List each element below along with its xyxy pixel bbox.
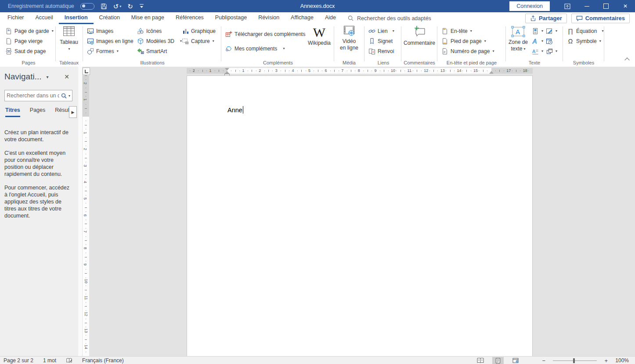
shapes-button[interactable]: Formes▾ <box>87 46 119 56</box>
link-button[interactable]: Lien ▾ <box>368 26 394 36</box>
bookmark-button[interactable]: Signet <box>368 36 393 46</box>
maximize-button[interactable] <box>596 0 616 12</box>
new-comment-button[interactable]: Commentaire <box>403 25 436 46</box>
zoom-level[interactable]: 100% <box>615 357 629 364</box>
my-addins-button[interactable]: Mes compléments ▾ <box>225 44 285 53</box>
tab-accueil[interactable]: Accueil <box>30 12 59 24</box>
ruler-number: 17 <box>506 68 511 74</box>
ruler-tick <box>347 71 347 71</box>
tab-references[interactable]: Références <box>170 12 209 24</box>
partager-button[interactable]: Partager <box>525 14 567 23</box>
zoom-slider-handle[interactable] <box>573 358 575 363</box>
language-indicator[interactable]: Français (France) <box>82 357 124 364</box>
ribbon-display-options-button[interactable] <box>558 0 577 12</box>
page-indicator[interactable]: Page 2 sur 2 <box>4 357 33 364</box>
ruler-tick <box>330 71 331 71</box>
minimize-button[interactable] <box>577 0 596 12</box>
commentaires-button[interactable]: Commentaires <box>571 14 630 23</box>
tab-fichier[interactable]: Fichier <box>2 12 30 24</box>
collapse-ribbon-button[interactable] <box>624 56 630 64</box>
proofing-status[interactable] <box>66 357 72 364</box>
zoom-slider[interactable] <box>553 360 597 361</box>
quick-parts-button[interactable]: ▾ <box>532 26 543 36</box>
wordart-button[interactable]: A ▾ <box>532 36 543 46</box>
ribbon-group-commentaires: Commentaire Commentaires <box>403 24 436 67</box>
close-button[interactable]: ✕ <box>616 0 635 12</box>
table-button[interactable]: Tableau ▾ <box>57 25 81 52</box>
vertical-ruler[interactable]: 211234567891011121314 <box>83 75 89 356</box>
word-count[interactable]: 1 mot <box>43 357 56 364</box>
screenshot-button[interactable]: Capture▾ <box>182 36 214 46</box>
drop-cap-button[interactable]: A ▾ <box>532 46 543 56</box>
images-button[interactable]: Images <box>87 26 113 36</box>
equation-button[interactable]: ∏ Équation ▾ <box>567 26 603 36</box>
ruler-tick <box>86 228 86 228</box>
page-break-button[interactable]: Saut de page <box>5 46 46 56</box>
chevron-down-icon: ▾ <box>541 49 543 53</box>
models-3d-button[interactable]: Modèles 3D ▾ <box>137 36 182 46</box>
blank-page-button[interactable]: Page vierge <box>5 36 43 46</box>
smartart-button[interactable]: SmartArt <box>137 46 167 56</box>
tell-me-search[interactable]: Rechercher des outils adaptés <box>348 12 431 24</box>
nav-tab-resul[interactable]: Résul <box>55 107 69 117</box>
tab-mise-en-page[interactable]: Mise en page <box>126 12 170 24</box>
chart-button[interactable]: Graphique <box>182 26 216 36</box>
get-addins-button[interactable]: Télécharger des compléments <box>225 29 305 39</box>
tab-revision[interactable]: Révision <box>253 12 285 24</box>
signature-line-button[interactable]: ▾ <box>546 26 557 36</box>
redo-button[interactable]: ↻ <box>127 3 133 10</box>
navigation-pane-title[interactable]: Navigati... ▾ <box>4 72 49 82</box>
first-line-indent-marker[interactable] <box>225 68 229 71</box>
undo-button[interactable]: ↺▾ <box>113 3 122 10</box>
nav-tab-pages[interactable]: Pages <box>30 107 45 117</box>
ruler-tick <box>86 79 86 80</box>
tab-stop-selector[interactable] <box>83 68 90 75</box>
ruler-tick <box>466 70 467 72</box>
smartart-label: SmartArt <box>146 48 167 54</box>
horizontal-ruler[interactable]: 211234567891011121314151718 <box>187 68 533 74</box>
zoom-out-button[interactable]: − <box>541 357 547 364</box>
tab-affichage[interactable]: Affichage <box>285 12 319 24</box>
online-video-button[interactable]: Vidéo en ligne <box>336 25 363 51</box>
ruler-tick <box>86 285 86 286</box>
tab-creation[interactable]: Création <box>94 12 126 24</box>
ruler-number: 10 <box>84 279 88 283</box>
ruler-tick <box>417 70 417 72</box>
icons-button[interactable]: Icônes <box>137 26 162 36</box>
web-layout-button[interactable] <box>510 357 521 364</box>
right-indent-marker[interactable] <box>489 71 494 74</box>
wordart-icon: A <box>532 38 539 45</box>
nav-tab-titres[interactable]: Titres <box>5 107 20 117</box>
navigation-close-button[interactable]: ✕ <box>61 73 72 81</box>
footer-button[interactable]: Pied de page▾ <box>441 36 486 46</box>
navigation-tabs-overflow-button[interactable]: ▶ <box>69 106 77 118</box>
ruler-tick <box>334 70 335 72</box>
text-box-button[interactable]: A Zone de texte▾ <box>508 26 528 52</box>
ruler-number: 14 <box>84 345 88 349</box>
object-button[interactable]: ▾ <box>546 46 557 56</box>
header-button[interactable]: En-tête▾ <box>441 26 472 36</box>
print-layout-button[interactable] <box>492 357 504 364</box>
document-text-line[interactable]: Anne <box>227 106 243 114</box>
wikipedia-button[interactable]: W Wikipedia <box>306 25 332 46</box>
zoom-in-button[interactable]: + <box>603 357 609 364</box>
tab-insertion[interactable]: Insertion <box>59 12 94 24</box>
online-images-button[interactable]: Images en ligne <box>87 36 133 46</box>
cover-page-button[interactable]: Page de garde▾ <box>5 26 54 36</box>
save-button[interactable] <box>101 3 107 10</box>
autosave-toggle[interactable] <box>80 3 94 10</box>
navigation-search-input[interactable] <box>5 93 61 99</box>
tab-publipostage[interactable]: Publipostage <box>209 12 253 24</box>
cross-reference-button[interactable]: Renvoi <box>368 46 394 56</box>
connexion-button[interactable]: Connexion <box>509 1 550 11</box>
navigation-search-actions[interactable]: ▾ <box>61 93 72 99</box>
ruler-number: 15 <box>473 68 478 74</box>
document-page[interactable]: Anne <box>187 75 533 357</box>
read-mode-button[interactable] <box>475 357 486 364</box>
navigation-scrollbar-gutter[interactable] <box>78 67 82 356</box>
page-number-button[interactable]: # Numéro de page▾ <box>441 46 494 56</box>
date-time-button[interactable] <box>546 36 553 46</box>
customize-quick-access-button[interactable] <box>139 4 144 9</box>
symbol-button[interactable]: Ω Symbole▾ <box>567 36 601 46</box>
tab-aide[interactable]: Aide <box>319 12 342 24</box>
